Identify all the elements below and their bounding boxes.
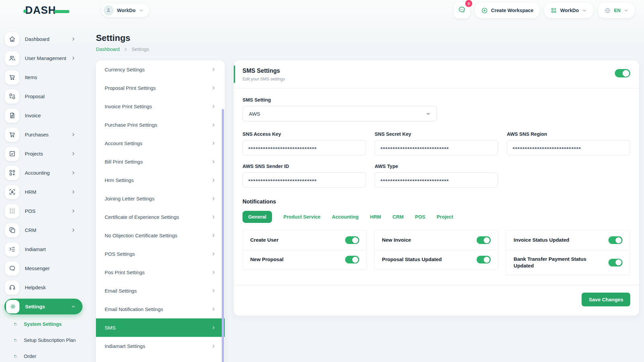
settings-menu-card: Currency Settings Proposal Print Setting…	[96, 60, 225, 362]
sidebar-item-messenger[interactable]: Messenger	[0, 259, 88, 278]
save-changes-button[interactable]: Save Changes	[582, 293, 630, 306]
settings-menu-item-no-objection-certificate-settings[interactable]: No Objection Certificate Settings	[96, 226, 225, 245]
tab-crm[interactable]: CRM	[392, 214, 404, 220]
sidebar-subitem-setup-subscription-plan[interactable]: Setup Subscription Plan	[0, 332, 88, 348]
copy-icon	[5, 223, 19, 237]
sns-secret-key-input[interactable]	[375, 140, 498, 156]
settings-menu-item-label: Email Settings	[105, 288, 137, 294]
settings-menu-item-certificate-of-experience-settings[interactable]: Certificate of Experience Settings	[96, 208, 225, 226]
create-workspace-button[interactable]: Create Workspace	[475, 3, 539, 18]
sidebar-item-hrm[interactable]: HRM	[0, 182, 88, 201]
panel-subtitle: Edit your SMS settings	[243, 77, 630, 81]
create-user-toggle[interactable]	[345, 236, 359, 244]
chevron-right-icon	[211, 67, 216, 72]
chevron-right-icon	[211, 178, 216, 183]
sidebar-item-items[interactable]: Items	[0, 68, 88, 87]
chevron-right-icon	[211, 159, 216, 164]
sidebar: Dashboard User Management Items Proposal…	[0, 21, 88, 362]
sidebar-item-accounting[interactable]: Accounting	[0, 163, 88, 182]
settings-menu-item-sms[interactable]: SMS	[96, 318, 225, 337]
main-content: Settings Dashboard Settings Currency Set…	[96, 21, 639, 362]
tab-hrm[interactable]: HRM	[370, 214, 381, 220]
sidebar-item-crm[interactable]: CRM	[0, 221, 88, 240]
breadcrumb-dashboard-link[interactable]: Dashboard	[96, 47, 120, 52]
settings-menu-item-label: Joining Letter Settings	[105, 196, 154, 201]
chevron-right-icon	[211, 141, 216, 146]
new-proposal-toggle[interactable]	[345, 256, 359, 263]
check-square-icon	[5, 147, 19, 161]
tab-pos[interactable]: POS	[415, 214, 425, 220]
sms-enabled-toggle[interactable]	[615, 69, 630, 77]
sms-provider-select[interactable]: AWS	[243, 106, 437, 121]
settings-menu-item-label: No Objection Certificate Settings	[105, 233, 177, 238]
settings-menu-item-proposal-print-settings[interactable]: Proposal Print Settings	[96, 79, 225, 97]
dash-logo[interactable]: DASH	[23, 4, 69, 16]
settings-menu-item-account-settings[interactable]: Account Settings	[96, 134, 225, 153]
tab-general[interactable]: General	[243, 211, 272, 223]
settings-menu-item-email-settings[interactable]: Email Settings	[96, 282, 225, 300]
settings-menu-item-pos-print-settings[interactable]: Pos Print Settings	[96, 263, 225, 282]
panel-body: SMS Setting AWS SNS Access Key SNS Secre…	[234, 88, 639, 276]
chevron-right-icon	[211, 288, 216, 293]
chat-icon	[5, 261, 19, 276]
new-invoice-toggle[interactable]	[477, 236, 491, 244]
settings-menu-item-label: Invoice Print Settings	[105, 104, 152, 109]
settings-menu-item-label: Indiamart Settings	[105, 343, 145, 349]
home-icon	[5, 32, 19, 46]
aws-type-input[interactable]	[375, 172, 498, 188]
sns-access-key-input[interactable]	[243, 140, 366, 156]
notification-row-new-proposal: New Proposal	[243, 250, 367, 269]
sidebar-item-dashboard[interactable]: Dashboard	[0, 29, 88, 49]
bank-transfer-payment-status-updated-toggle[interactable]	[608, 259, 623, 266]
sidebar-item-helpdesk[interactable]: Helpdesk	[0, 278, 88, 297]
settings-menu-item-currency-settings[interactable]: Currency Settings	[96, 60, 225, 79]
settings-menu-item-indiamart-settings[interactable]: Indiamart Settings	[96, 337, 225, 355]
sms-provider-value: AWS	[249, 111, 260, 117]
sidebar-item-projects[interactable]: Projects	[0, 144, 88, 163]
cart-icon	[5, 128, 19, 142]
settings-menu-item-joining-letter-settings[interactable]: Joining Letter Settings	[96, 189, 225, 208]
chevron-right-icon	[211, 85, 216, 90]
sidebar-item-purchases[interactable]: Purchases	[0, 125, 88, 144]
field-aws-sns-sender-id: AWS SNS Sender ID	[243, 164, 366, 188]
field-label: AWS SNS Sender ID	[243, 164, 366, 169]
panel-header: SMS Settings Edit your SMS settings	[234, 60, 639, 88]
tab-project[interactable]: Project	[437, 214, 453, 220]
settings-menu-item-hrm-settings[interactable]: Hrm Settings	[96, 171, 225, 189]
aws-sns-region-input[interactable]	[507, 140, 630, 156]
aws-sns-sender-id-input[interactable]	[243, 172, 366, 188]
chevron-right-icon	[211, 122, 216, 127]
tab-accounting[interactable]: Accounting	[332, 214, 359, 220]
notifications-title: Notifications	[243, 198, 630, 205]
invoice-status-updated-toggle[interactable]	[608, 236, 623, 244]
sidebar-item-invoice[interactable]: Invoice	[0, 106, 88, 125]
settings-menu-item-label: Purchase Print Settings	[105, 122, 157, 128]
sidebar-item-indiamart[interactable]: Indiamart	[0, 240, 88, 259]
chevron-right-icon	[211, 307, 216, 312]
person-icon	[105, 7, 112, 14]
sidebar-item-pos[interactable]: POS	[0, 201, 88, 221]
settings-menu-item-invoice-print-settings[interactable]: Invoice Print Settings	[96, 97, 225, 116]
menu-scrollbar-thumb[interactable]	[222, 109, 224, 362]
sidebar-subitem-system-settings[interactable]: System Settings	[0, 316, 88, 332]
plus-circle-icon	[481, 7, 488, 14]
bullet-icon	[13, 322, 18, 326]
settings-menu-item-pos-settings[interactable]: POS Settings	[96, 245, 225, 263]
chevron-right-icon	[211, 233, 216, 238]
workspace-switcher[interactable]: WorkDo	[102, 4, 149, 17]
sidebar-item-proposal[interactable]: Proposal	[0, 87, 88, 106]
language-dropdown[interactable]: EN	[598, 3, 635, 18]
tab-product-service[interactable]: Product Service	[283, 214, 320, 220]
sidebar-item-settings[interactable]: Settings	[4, 299, 83, 314]
sidebar-item-user-management[interactable]: User Management	[0, 49, 88, 68]
app-menu-dropdown[interactable]: WorkDo	[544, 3, 593, 18]
proposal-status-updated-toggle[interactable]	[477, 256, 491, 263]
settings-menu-item-email-notification-settings[interactable]: Email Notification Settings	[96, 300, 225, 318]
sidebar-subitem-order[interactable]: Order	[0, 348, 88, 362]
create-workspace-label: Create Workspace	[491, 8, 533, 13]
messages-button[interactable]: 0	[454, 2, 470, 18]
settings-menu-item-bill-print-settings[interactable]: Bill Print Settings	[96, 153, 225, 171]
settings-menu-item-bank-transfer[interactable]: Bank Transfer	[96, 355, 225, 362]
settings-menu-item-label: Currency Settings	[105, 67, 145, 72]
settings-menu-item-purchase-print-settings[interactable]: Purchase Print Settings	[96, 116, 225, 134]
